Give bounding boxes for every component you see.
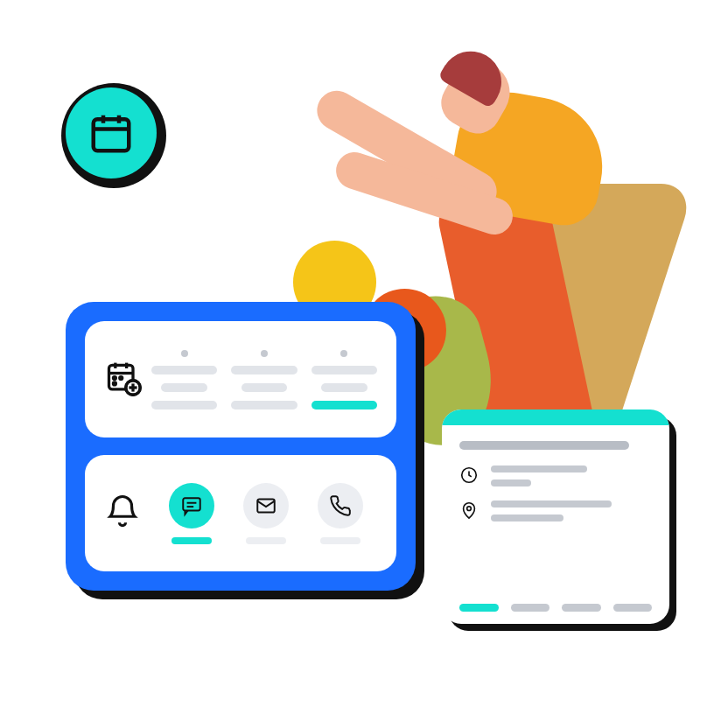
svg-point-9 (120, 376, 122, 379)
svg-rect-15 (184, 498, 201, 510)
svg-rect-0 (94, 119, 130, 150)
detail-chip-3[interactable] (562, 604, 601, 612)
schedule-col-2 (231, 350, 297, 410)
detail-row-time (459, 466, 652, 486)
bell-icon (104, 494, 141, 530)
calendar-badge[interactable] (61, 83, 166, 188)
phone-icon (329, 494, 352, 517)
tab-chat[interactable] (169, 483, 214, 544)
detail-footer-chips (459, 604, 652, 612)
detail-row-location (459, 500, 652, 522)
schedule-col-1 (151, 350, 217, 410)
location-icon (459, 500, 479, 520)
mail-icon (255, 494, 277, 517)
notifications-panel[interactable] (85, 455, 396, 571)
tab-phone[interactable] (318, 483, 363, 544)
dashboard-card (66, 302, 416, 591)
detail-accent-bar (442, 410, 669, 425)
calendar-add-icon (104, 359, 143, 397)
detail-chip-1[interactable] (459, 604, 499, 612)
schedule-highlight (312, 401, 377, 410)
svg-point-20 (467, 507, 472, 511)
detail-title-placeholder (459, 441, 629, 450)
svg-point-10 (113, 382, 116, 384)
clock-icon (459, 466, 479, 485)
schedule-panel[interactable] (85, 321, 396, 438)
calendar-icon (88, 109, 135, 157)
calendar-badge-inner (66, 88, 157, 178)
detail-card[interactable] (442, 410, 669, 624)
detail-chip-4[interactable] (613, 604, 653, 612)
tab-mail[interactable] (243, 483, 289, 544)
svg-point-8 (113, 376, 116, 379)
schedule-col-3 (312, 350, 377, 410)
detail-chip-2[interactable] (511, 604, 550, 612)
chat-icon (180, 494, 203, 517)
